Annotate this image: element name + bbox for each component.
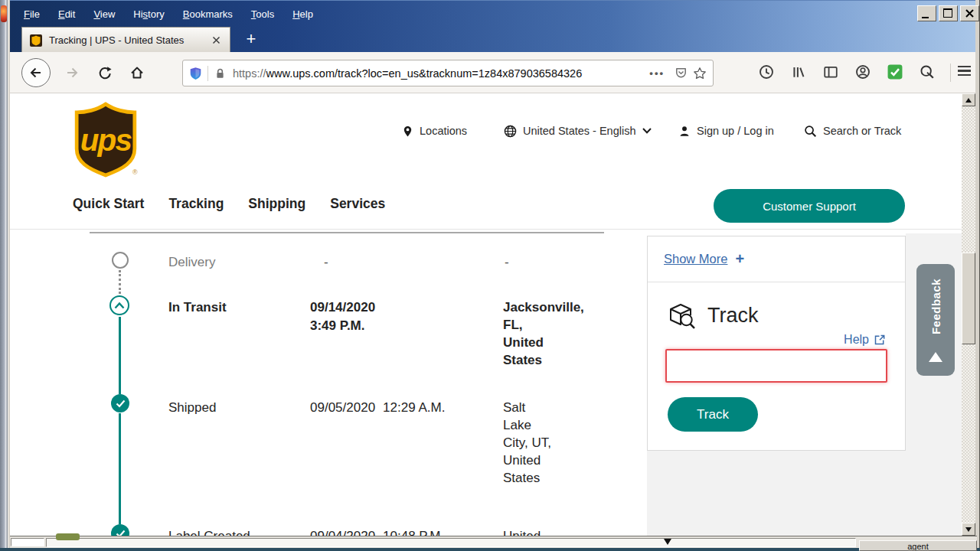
arrow-up-icon xyxy=(965,98,972,103)
package-search-icon xyxy=(665,299,697,331)
close-icon xyxy=(212,36,220,44)
timeline-date: 09/04/202010:48 P.M. xyxy=(310,527,463,536)
help-row: Help xyxy=(665,333,887,347)
track-title: Track xyxy=(707,304,759,328)
arrow-down-icon xyxy=(965,527,972,532)
menu-view[interactable]: View xyxy=(93,8,115,20)
reload-icon xyxy=(98,66,113,80)
sidebar-icon[interactable] xyxy=(823,64,838,80)
tab-title: Tracking | UPS - United States xyxy=(49,34,203,46)
timeline-location: Salt Lake City, UT, United States xyxy=(503,399,552,487)
customer-support-button[interactable]: Customer Support xyxy=(714,189,905,223)
signin-label: Sign up / Log in xyxy=(697,125,774,137)
url-bar[interactable]: https://www.ups.com/track?loc=en_us&trac… xyxy=(182,60,714,86)
help-link[interactable]: Help xyxy=(844,333,869,347)
main-nav: Quick Start Tracking Shipping Services xyxy=(73,196,385,212)
track-submit-button[interactable]: Track xyxy=(668,397,758,432)
nav-shipping[interactable]: Shipping xyxy=(248,196,305,212)
url-fade xyxy=(603,67,645,80)
caret-down-icon xyxy=(664,539,671,545)
scroll-up-button[interactable] xyxy=(962,93,975,106)
timeline-connector xyxy=(119,317,121,394)
maximize-button[interactable] xyxy=(939,5,958,21)
track-card: Show More + Track Help Track xyxy=(647,236,906,451)
menu-file[interactable]: File xyxy=(24,8,40,20)
timeline-location: United States xyxy=(503,527,552,536)
menu-bar: File Edit View History Bookmarks Tools H… xyxy=(24,5,313,23)
new-tab-button[interactable]: + xyxy=(240,30,263,50)
app-menu-icon[interactable] xyxy=(958,66,971,76)
timeline-connector-dotted xyxy=(119,270,121,294)
plus-icon[interactable]: + xyxy=(735,250,744,268)
background-app-icon xyxy=(1,5,7,22)
check-extension-icon[interactable] xyxy=(887,64,903,80)
menu-tools[interactable]: Tools xyxy=(251,8,274,20)
feedback-tab[interactable]: Feedback xyxy=(916,264,955,376)
scrollbar-thumb[interactable] xyxy=(962,253,975,344)
check-icon xyxy=(116,530,126,536)
tab-close-button[interactable] xyxy=(210,34,222,47)
home-icon xyxy=(129,65,145,80)
timeline-panel-top-border xyxy=(90,232,604,233)
person-icon xyxy=(678,125,691,138)
navigation-toolbar: https://www.ups.com/track?loc=en_us&trac… xyxy=(10,52,975,93)
pocket-icon[interactable] xyxy=(675,67,688,80)
bookmark-star-icon[interactable] xyxy=(693,67,707,80)
window-controls xyxy=(917,5,979,21)
minimize-button[interactable] xyxy=(917,5,936,21)
search-extension-icon[interactable] xyxy=(920,64,935,80)
arrow-up-icon xyxy=(929,352,942,362)
status-bar-field xyxy=(46,538,856,547)
external-link-icon xyxy=(874,334,886,346)
timeline-connector xyxy=(119,413,121,524)
reload-button[interactable] xyxy=(90,58,119,87)
nav-services[interactable]: Services xyxy=(330,196,385,212)
status-bar-indicator xyxy=(56,533,80,540)
check-icon xyxy=(116,399,126,408)
timeline-marker-done xyxy=(111,524,129,536)
header-search-link[interactable]: Search or Track xyxy=(804,122,901,139)
timeline-marker-pending xyxy=(112,252,129,269)
header-locations-link[interactable]: Locations xyxy=(402,122,467,139)
back-button[interactable] xyxy=(21,58,51,87)
forward-button[interactable] xyxy=(57,58,87,87)
page-actions-icon[interactable]: ••• xyxy=(649,67,665,79)
minimize-icon xyxy=(922,17,929,18)
agent-window-title: agent xyxy=(859,540,977,551)
menu-help[interactable]: Help xyxy=(292,8,313,20)
svg-text:ups: ups xyxy=(80,122,132,158)
chevron-up-icon xyxy=(114,302,125,309)
maximize-icon xyxy=(943,8,952,18)
timeline-status: In Transit xyxy=(168,298,302,316)
track-heading: Track xyxy=(665,299,887,331)
account-icon[interactable] xyxy=(855,64,871,80)
header-signin-link[interactable]: Sign up / Log in xyxy=(678,122,774,139)
nav-quick-start[interactable]: Quick Start xyxy=(73,196,144,212)
location-pin-icon xyxy=(402,125,413,138)
vertical-scrollbar[interactable] xyxy=(962,93,975,536)
timeline-location: Jacksonville, FL, United States xyxy=(503,298,552,369)
back-icon xyxy=(28,65,44,80)
browser-tab[interactable]: Tracking | UPS - United States xyxy=(21,27,230,53)
toolbar-extension-area xyxy=(759,64,935,80)
tracking-number-input[interactable] xyxy=(665,349,887,383)
search-label: Search or Track xyxy=(823,125,901,137)
ups-logo[interactable]: ups xyxy=(73,102,139,178)
menu-edit[interactable]: Edit xyxy=(58,8,75,20)
show-more-section: Show More + xyxy=(648,236,905,282)
timeline-status: Shipped xyxy=(168,399,302,416)
page-background-lower xyxy=(647,450,906,536)
lock-icon xyxy=(214,67,226,80)
header-locale-selector[interactable]: United States - English xyxy=(504,122,652,139)
scroll-down-button[interactable] xyxy=(962,523,975,536)
nav-tracking[interactable]: Tracking xyxy=(168,196,224,212)
library-icon[interactable] xyxy=(791,64,806,80)
history-clock-icon[interactable] xyxy=(759,64,774,80)
menu-bookmarks[interactable]: Bookmarks xyxy=(183,8,233,20)
home-button[interactable] xyxy=(122,58,152,87)
menu-history[interactable]: History xyxy=(133,8,164,20)
show-more-link[interactable]: Show More xyxy=(664,252,727,266)
url-text: https://www.ups.com/track?loc=en_us&trac… xyxy=(233,67,645,80)
track-section: Track Help Track xyxy=(648,282,905,432)
close-button[interactable] xyxy=(960,5,979,21)
